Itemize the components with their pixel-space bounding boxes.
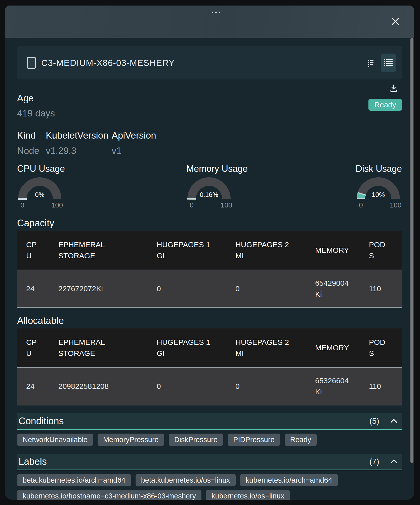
gauge-title: Memory Usage <box>186 163 232 174</box>
column-header: PODS <box>369 239 387 261</box>
table-header-row: CPU EPHEMERAL STORAGE HUGEPAGES 1 GI HUG… <box>17 231 402 270</box>
column-header: HUGEPAGES 1 GI <box>157 239 217 261</box>
download-button[interactable] <box>388 83 399 94</box>
cell-value: 110 <box>369 283 381 294</box>
cell-value: 24 <box>26 381 34 392</box>
gauge-arc: 0.16% <box>187 177 231 199</box>
condition-chip: NetworkUnavailable <box>17 434 93 446</box>
field-label: Kind <box>17 130 46 141</box>
gauge-min: 0 <box>190 201 194 209</box>
label-chip: kubernetes.io/arch=amd64 <box>240 474 338 486</box>
node-title-card: C3-MEDIUM-X86-03-MESHERY <box>17 46 402 79</box>
field-value: v1.29.3 <box>46 145 112 156</box>
conditions-title: Conditions <box>19 416 369 427</box>
gauge-arc: 0% <box>18 177 61 199</box>
cell-value: 0 <box>157 381 161 392</box>
field-value: Node <box>17 145 46 156</box>
gauge-title: Disk Usage <box>356 163 401 174</box>
label-chip: beta.kubernetes.io/arch=amd64 <box>17 474 131 486</box>
cell-value: 65326604Ki <box>315 375 351 397</box>
chevron-up-icon <box>390 419 397 423</box>
collapse-labels-button[interactable] <box>389 458 398 465</box>
column-header: CPU <box>26 337 37 359</box>
gauge-max: 100 <box>51 201 63 209</box>
chevron-up-icon <box>390 459 397 464</box>
capacity-table: CPU EPHEMERAL STORAGE HUGEPAGES 1 GI HUG… <box>17 231 402 308</box>
labels-section-header[interactable]: Labels (7) <box>17 454 402 470</box>
cpu-usage-gauge: CPU Usage 0% 0 100 <box>17 163 62 210</box>
field-label: KubeletVersion <box>46 130 112 141</box>
conditions-chip-list: NetworkUnavailable MemoryPressure DiskPr… <box>17 434 402 446</box>
condition-chip: MemoryPressure <box>98 434 164 446</box>
download-icon <box>390 84 398 93</box>
cell-value: 227672072Ki <box>58 283 103 294</box>
label-chip: kubernetes.io/hostname=c3-medium-x86-03-… <box>17 490 201 500</box>
age-label: Age <box>17 93 402 104</box>
gauge-max: 100 <box>390 201 402 209</box>
scrollbar-thumb[interactable] <box>410 38 413 463</box>
table-row: 24 227672072Ki 0 0 65429004Ki 110 <box>17 270 402 308</box>
status-badge: Ready <box>368 99 402 111</box>
condition-chip: PIDPressure <box>228 434 280 446</box>
gauge-max: 100 <box>221 201 232 209</box>
field-api-version: ApiVersion v1 <box>112 130 156 156</box>
column-header: HUGEPAGES 1 GI <box>157 337 217 359</box>
gauge-value: 0% <box>18 191 61 199</box>
drag-handle-dots[interactable] <box>212 12 220 13</box>
age-value: 419 days <box>17 108 402 119</box>
gauge-title: CPU Usage <box>17 163 62 174</box>
label-chip: beta.kubernetes.io/os=linux <box>136 474 236 486</box>
column-header: PODS <box>369 337 387 359</box>
disk-usage-gauge: Disk Usage 10% 0 100 <box>356 163 401 210</box>
list-view-icon <box>384 59 393 67</box>
allocatable-title: Allocatable <box>17 315 402 326</box>
condensed-view-button[interactable] <box>365 57 376 69</box>
cell-value: 110 <box>369 381 381 392</box>
field-list: Kind Node KubeletVersion v1.29.3 ApiVers… <box>17 130 402 156</box>
close-icon <box>391 17 400 26</box>
node-title: C3-MEDIUM-X86-03-MESHERY <box>41 58 175 68</box>
gauge-arc: 10% <box>357 177 400 199</box>
gauge-value: 0.16% <box>187 191 231 199</box>
list-view-button[interactable] <box>381 54 396 72</box>
modal-body: C3-MEDIUM-X86-03-MESHERY <box>5 38 414 500</box>
column-header: MEMORY <box>315 245 349 256</box>
table-header-row: CPU EPHEMERAL STORAGE HUGEPAGES 1 GI HUG… <box>17 328 402 367</box>
condition-chip: Ready <box>285 434 317 446</box>
field-label: ApiVersion <box>112 130 156 141</box>
column-header: MEMORY <box>315 342 349 353</box>
condensed-list-icon <box>368 59 373 67</box>
table-row: 24 209822581208 0 0 65326604Ki 110 <box>17 367 402 405</box>
field-value: v1 <box>112 145 156 156</box>
modal-header <box>5 6 414 38</box>
field-kubelet-version: KubeletVersion v1.29.3 <box>46 130 112 156</box>
cell-value: 0 <box>157 283 161 294</box>
conditions-count: (5) <box>369 416 379 426</box>
node-overview: Age 419 days Kind Node KubeletVersion v1… <box>17 93 402 156</box>
allocatable-table: CPU EPHEMERAL STORAGE HUGEPAGES 1 GI HUG… <box>17 328 402 405</box>
node-checkbox[interactable] <box>27 57 36 69</box>
column-header: CPU <box>26 239 37 261</box>
gauge-min: 0 <box>359 201 363 209</box>
labels-title: Labels <box>19 456 369 467</box>
cell-value: 65429004Ki <box>315 278 351 300</box>
usage-gauges: CPU Usage 0% 0 100 Memory Usage 0.16% <box>17 163 402 210</box>
cell-value: 24 <box>26 283 34 294</box>
node-details-modal: C3-MEDIUM-X86-03-MESHERY <box>5 6 414 500</box>
cell-value: 0 <box>235 283 240 294</box>
condition-chip: DiskPressure <box>169 434 223 446</box>
labels-count: (7) <box>369 457 379 466</box>
labels-chip-list: beta.kubernetes.io/arch=amd64 beta.kuber… <box>17 474 402 500</box>
gauge-min: 0 <box>20 201 24 209</box>
cell-value: 209822581208 <box>58 381 109 392</box>
memory-usage-gauge: Memory Usage 0.16% 0 100 <box>186 163 232 210</box>
field-kind: Kind Node <box>17 130 46 156</box>
cell-value: 0 <box>235 381 240 392</box>
conditions-section-header[interactable]: Conditions (5) <box>17 413 402 430</box>
column-header: HUGEPAGES 2 MI <box>235 239 297 261</box>
close-button[interactable] <box>390 17 400 27</box>
collapse-conditions-button[interactable] <box>389 418 398 425</box>
label-chip: kubernetes.io/os=linux <box>206 490 290 500</box>
column-header: HUGEPAGES 2 MI <box>235 337 297 359</box>
column-header: EPHEMERAL STORAGE <box>58 337 139 359</box>
